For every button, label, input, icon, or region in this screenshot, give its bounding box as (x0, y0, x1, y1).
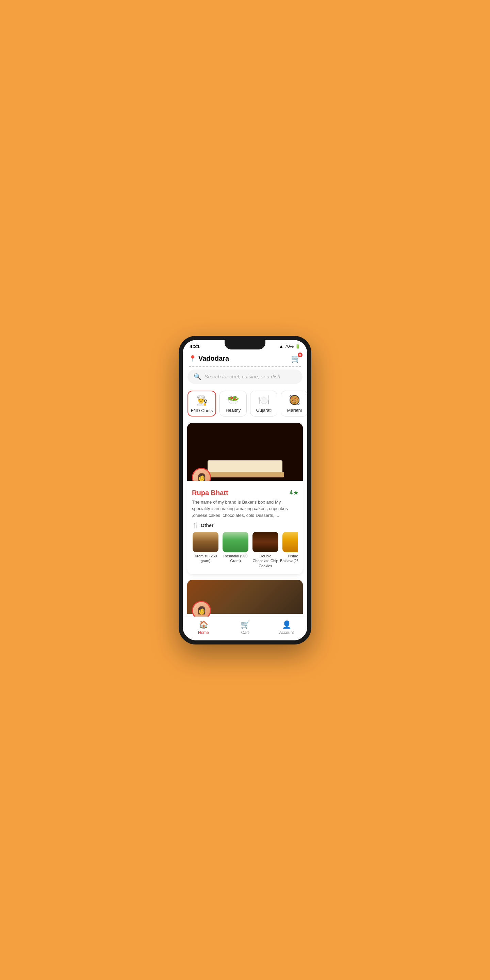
tiramisu-image (192, 532, 218, 552)
battery-icon: 🔋 (295, 344, 301, 349)
cart-badge: 0 (298, 353, 302, 357)
fnd-chefs-icon: 👨‍🍳 (196, 395, 208, 406)
status-time: 4:21 (189, 343, 200, 349)
food-item-baklava[interactable]: Pistachio Baklava(250gram) (282, 532, 298, 568)
header-divider (189, 366, 301, 367)
rating-star: ★ (293, 490, 298, 496)
healthy-icon: 🥗 (227, 395, 239, 406)
cart-nav-icon: 🛒 (240, 620, 250, 629)
cookies-name: Double Chocolate Chip Cookies (252, 554, 279, 568)
category-gujarati[interactable]: 🍽️ Gujarati (250, 391, 277, 417)
nav-home[interactable]: 🏠 Home (192, 620, 215, 635)
phone-frame: 4:21 ▲ 70% 🔋 📍 Vadodara 🛒 0 (179, 336, 311, 644)
marathi-icon: 🥘 (288, 395, 301, 406)
app-header: 📍 Vadodara 🛒 0 (183, 351, 307, 363)
rating-value: 4 (290, 490, 293, 496)
food-item-cookies[interactable]: Double Chocolate Chip Cookies (252, 532, 279, 568)
baklava-image (282, 532, 298, 552)
cart-label: Cart (241, 630, 249, 635)
location-row[interactable]: 📍 Vadodara (189, 355, 229, 363)
category-marathi[interactable]: 🥘 Marathi (281, 391, 307, 417)
chef-banner-1: 👩 (187, 423, 303, 481)
app-content: 📍 Vadodara 🛒 0 🔍 Search for chef, cuisin… (183, 351, 307, 617)
category-tag-label: Other (201, 523, 213, 528)
nav-account[interactable]: 👤 Account (275, 620, 298, 635)
chef-description-1: The name of my brand is Baker's box and … (192, 499, 298, 519)
phone-screen: 4:21 ▲ 70% 🔋 📍 Vadodara 🛒 0 (183, 340, 307, 640)
food-item-tiramisu[interactable]: Tiramisu (250 gram) (192, 532, 219, 568)
food-items-row: Tiramisu (250 gram) Rasmalai (500 Gram) … (192, 532, 298, 571)
chef-card-1[interactable]: 👩 Rupa Bhatt 4 ★ The name of my brand is… (187, 423, 303, 575)
gujarati-label: Gujarati (256, 408, 272, 413)
gujarati-icon: 🍽️ (258, 395, 270, 406)
search-bar[interactable]: 🔍 Search for chef, cuisine, or a dish (188, 369, 302, 384)
chef-info-1: Rupa Bhatt 4 ★ The name of my brand is B… (187, 481, 303, 574)
fnd-chefs-label: FND Chefs (191, 408, 213, 413)
rasmalai-image (223, 532, 248, 552)
chef-banner-2: 👩 (187, 580, 303, 614)
baklava-name: Pistachio Baklava(250gram) (280, 554, 298, 563)
location-label: Vadodara (198, 355, 229, 363)
account-label: Account (279, 630, 294, 635)
cake-bottom-layer (206, 472, 284, 477)
tiramisu-name: Tiramisu (250 gram) (192, 554, 219, 563)
home-icon: 🏠 (199, 620, 208, 629)
cart-button[interactable]: 🛒 0 (291, 354, 301, 363)
marathi-label: Marathi (287, 408, 302, 413)
bottom-navigation: 🏠 Home 🛒 Cart 👤 Account (183, 617, 307, 640)
nav-cart[interactable]: 🛒 Cart (233, 620, 257, 635)
category-fnd-chefs[interactable]: 👨‍🍳 FND Chefs (188, 391, 216, 417)
home-label: Home (198, 630, 209, 635)
chef-card-2-preview[interactable]: 👩 (187, 579, 303, 617)
category-tag-row: 🍴 Other (192, 522, 298, 528)
phone-notch (224, 340, 266, 350)
rasmalai-name: Rasmalai (500 Gram) (222, 554, 249, 563)
category-healthy[interactable]: 🥗 Healthy (220, 391, 247, 417)
battery-percent: 70% (285, 344, 294, 349)
chef-hat-icon: 🍴 (192, 522, 199, 528)
food-item-rasmalai[interactable]: Rasmalai (500 Gram) (222, 532, 249, 568)
cookies-image (253, 532, 278, 552)
status-icons: ▲ 70% 🔋 (279, 344, 301, 349)
chef-avatar-2: 👩 (192, 601, 211, 617)
chef-name-1: Rupa Bhatt (192, 489, 228, 497)
location-pin-icon: 📍 (189, 355, 196, 363)
healthy-label: Healthy (226, 408, 240, 413)
signal-icon: ▲ (279, 344, 283, 349)
search-placeholder: Search for chef, cuisine, or a dish (205, 374, 280, 379)
chef-rating-1: 4 ★ (290, 490, 298, 496)
account-icon: 👤 (282, 620, 291, 629)
search-icon: 🔍 (194, 373, 201, 380)
chef-name-row: Rupa Bhatt 4 ★ (192, 489, 298, 497)
categories-row: 👨‍🍳 FND Chefs 🥗 Healthy 🍽️ Gujarati 🥘 Ma… (183, 387, 307, 421)
